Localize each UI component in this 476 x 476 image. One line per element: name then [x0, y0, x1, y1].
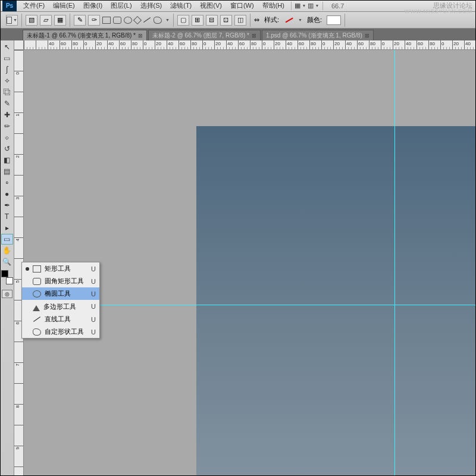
flyout-label: 圆角矩形工具 [45, 277, 84, 286]
hand-tool[interactable]: ✋ [1, 245, 13, 256]
history-brush-tool[interactable]: ↺ [1, 143, 13, 154]
menu-item[interactable]: 文件(F) [19, 0, 49, 11]
tab-label: 未标题-1 @ 66.7% (渐变填充 1, RGB/8) * [27, 32, 136, 40]
tab-label: 1.psd @ 66.7% (渐变填充 1, RGB/8) [266, 32, 362, 40]
style-swatch[interactable] [284, 15, 295, 25]
menu-item[interactable]: 窗口(W) [226, 0, 258, 11]
shape-layers-button[interactable]: ▧ [26, 15, 37, 26]
rect-icon [33, 265, 41, 273]
link-icon[interactable]: ⇔ [254, 16, 259, 24]
flyout-item[interactable]: 直线工具U [22, 313, 99, 325]
watermark-url: WWW.MISSYUAN.COM [405, 8, 472, 14]
canvas-area: 4060800204060800204060800204060800204060… [14, 40, 476, 476]
flyout-label: 直线工具 [45, 315, 71, 324]
freeform-pen-icon[interactable]: ✑ [88, 15, 100, 26]
stamp-tool[interactable]: ⟐ [1, 132, 13, 143]
rectangle-icon[interactable] [102, 17, 111, 24]
document-tab[interactable]: 1.psd @ 66.7% (渐变填充 1, RGB/8)⊠ [262, 30, 374, 40]
pathop-exclude-icon[interactable]: ◫ [234, 15, 246, 26]
flyout-label: 椭圆工具 [45, 289, 71, 298]
separator [291, 2, 292, 10]
eraser-tool[interactable]: ◧ [1, 155, 13, 165]
ruler-origin[interactable] [14, 40, 24, 50]
vertical-guide[interactable] [394, 50, 395, 476]
flyout-label: 自定形状工具 [45, 327, 84, 336]
paths-button[interactable]: ▱ [40, 15, 52, 26]
blur-tool[interactable]: ∘ [1, 177, 13, 188]
arrange-icon[interactable]: ▦▼ [296, 2, 305, 10]
current-indicator-icon [26, 267, 29, 271]
line-icon[interactable] [143, 17, 151, 23]
eyedropper-tool[interactable]: ✎ [1, 98, 13, 109]
lasso-tool[interactable]: ʃ [1, 64, 13, 75]
shape-tool-flyout: 矩形工具U圆角矩形工具U椭圆工具U多边形工具U直线工具U自定形状工具U [21, 262, 100, 339]
shape-options-caret[interactable]: ▼ [165, 18, 170, 22]
fill-pixels-button[interactable]: ▦ [54, 15, 66, 26]
gradient-tool[interactable]: ▤ [1, 166, 13, 177]
separator [322, 2, 323, 10]
zoom-tool[interactable]: 🔍 [1, 256, 13, 267]
menu-item[interactable]: 图层(L) [107, 0, 136, 11]
marquee-tool[interactable]: ▭ [1, 53, 13, 64]
document-tab[interactable]: 未标题-1 @ 66.7% (渐变填充 1, RGB/8) *⊠ [23, 30, 147, 40]
type-tool[interactable]: T [1, 211, 13, 222]
app-logo: Ps [2, 1, 17, 11]
zoom-readout: 66.7 [331, 2, 344, 10]
flyout-item[interactable]: 圆角矩形工具U [22, 275, 99, 287]
menu-item[interactable]: 帮助(H) [258, 0, 289, 11]
cust-icon [33, 328, 41, 336]
close-icon[interactable]: ⊠ [365, 33, 369, 39]
menu-item[interactable]: 视图(V) [196, 0, 226, 11]
color-label: 颜色: [305, 15, 324, 24]
healing-tool[interactable]: ✚ [1, 109, 13, 120]
flyout-item[interactable]: 自定形状工具U [22, 325, 99, 338]
path-select-tool[interactable]: ▸ [1, 223, 13, 233]
rounded-rectangle-icon[interactable] [113, 17, 121, 24]
menu-item[interactable]: 滤镜(T) [166, 0, 196, 11]
line-icon [33, 317, 40, 322]
document-tab[interactable]: 未标题-2 @ 66.7% (图层 7, RGB/8) *⊠ [148, 30, 261, 40]
pen-tool[interactable]: ✒ [1, 200, 13, 211]
pathop-add-icon[interactable]: ⊞ [192, 15, 203, 26]
tool-preset-button[interactable]: ▼ [6, 15, 18, 26]
poly-icon [33, 302, 40, 311]
foreground-background-swatch[interactable] [1, 270, 13, 284]
shortcut-key: U [91, 278, 96, 285]
workspace: ↖ ▭ ʃ ✧ ⿻ ✎ ✚ ✏ ⟐ ↺ ◧ ▤ ∘ ● ✒ T ▸ ▭ ✋ 🔍 … [0, 40, 476, 476]
ellipse-icon[interactable] [124, 17, 132, 24]
document-canvas[interactable] [196, 126, 476, 476]
menu-item[interactable]: 编辑(E) [49, 0, 79, 11]
style-label: 样式: [262, 15, 281, 24]
horizontal-ruler[interactable]: 4060800204060800204060800204060800204060… [24, 40, 476, 50]
shortcut-key: U [91, 303, 96, 310]
flyout-item[interactable]: 矩形工具U [22, 262, 99, 275]
magic-wand-tool[interactable]: ✧ [1, 76, 13, 86]
pathop-subtract-icon[interactable]: ⊟ [206, 15, 218, 26]
quick-mask-button[interactable]: ◎ [2, 290, 12, 298]
flyout-item[interactable]: 多边形工具U [22, 300, 99, 313]
menu-item[interactable]: 图像(I) [79, 0, 107, 11]
pen-icon[interactable]: ✎ [74, 15, 86, 26]
flyout-item[interactable]: 椭圆工具U [22, 287, 99, 300]
move-tool[interactable]: ↖ [1, 42, 13, 52]
brush-tool[interactable]: ✏ [1, 121, 13, 131]
polygon-icon[interactable] [133, 15, 142, 24]
pathop-new-icon[interactable]: ▢ [177, 15, 189, 26]
dodge-tool[interactable]: ● [1, 189, 13, 199]
toolbox: ↖ ▭ ʃ ✧ ⿻ ✎ ✚ ✏ ⟐ ↺ ◧ ▤ ∘ ● ✒ T ▸ ▭ ✋ 🔍 … [0, 40, 14, 476]
pathop-intersect-icon[interactable]: ⊡ [220, 15, 232, 26]
shape-tool[interactable]: ▭ [1, 234, 13, 245]
flyout-label: 多边形工具 [43, 302, 76, 311]
close-icon[interactable]: ⊠ [138, 33, 143, 39]
screenmode-icon[interactable]: ▥▼ [309, 2, 318, 10]
menu-item[interactable]: 选择(S) [136, 0, 167, 11]
close-icon[interactable]: ⊠ [252, 33, 256, 39]
color-swatch[interactable] [327, 15, 341, 25]
rr-icon [33, 278, 41, 285]
el-icon [33, 290, 41, 298]
document-tab-bar: 未标题-1 @ 66.7% (渐变填充 1, RGB/8) *⊠未标题-2 @ … [0, 29, 476, 40]
shortcut-key: U [91, 265, 96, 273]
options-bar: ▼ ▧ ▱ ▦ ✎ ✑ ▼ ▢ ⊞ ⊟ ⊡ ◫ ⇔ 样式: ▼ 颜色: [0, 12, 476, 29]
crop-tool[interactable]: ⿻ [1, 87, 13, 98]
custom-shape-icon[interactable] [154, 17, 162, 24]
